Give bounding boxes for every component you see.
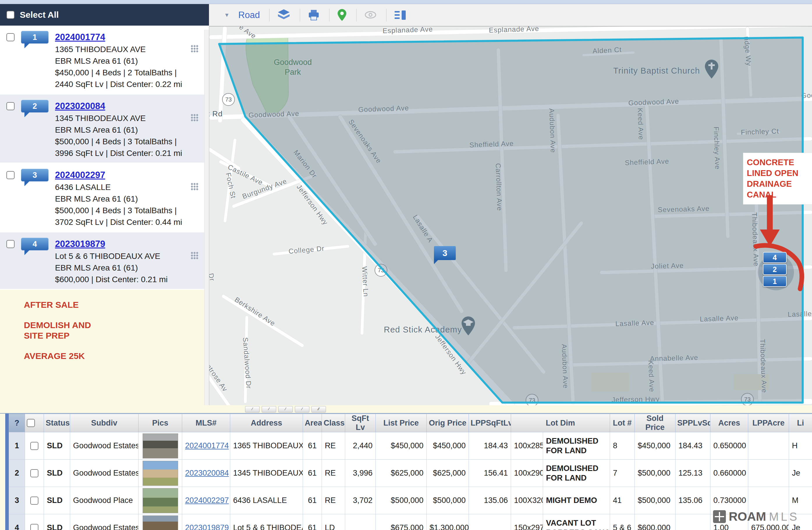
column-header-pics[interactable]: Pics [139, 414, 182, 432]
roam-logo-icon [713, 510, 726, 523]
mls-number-link[interactable]: 2023020084 [55, 100, 182, 113]
street-label: Lasalle Ave [700, 314, 739, 323]
area-cell: 61 [303, 514, 322, 530]
address-cell: 6436 LASALLE [230, 487, 303, 514]
column-header-lotnum[interactable]: Lot # [610, 414, 635, 432]
photo-thumbnail[interactable] [143, 515, 178, 530]
select-all-rows-checkbox[interactable] [27, 419, 35, 427]
table-row[interactable]: 4SLDGoodwood Estates2023019879Lot 5 & 6 … [9, 514, 812, 530]
map-canvas[interactable]: Goodwood Park e AveEsplanade AveEsplanad… [209, 26, 812, 405]
list-price-cell: $500,000 [376, 487, 427, 514]
mls-number-link[interactable]: 2023019879 [185, 523, 229, 530]
column-header-spp[interactable]: SPPLvSqFt [676, 414, 710, 432]
legend-panel-icon[interactable] [394, 9, 407, 21]
street-label: Lasalle Ave [615, 319, 654, 328]
column-header-list[interactable]: List Price [376, 414, 427, 432]
road [415, 214, 546, 375]
column-header-address[interactable]: Address [230, 414, 303, 432]
photo-thumbnail[interactable] [143, 488, 178, 513]
mls-number-link[interactable]: 2023019879 [55, 238, 168, 250]
row-checkbox[interactable] [30, 469, 39, 477]
layers-icon[interactable] [277, 9, 290, 21]
column-header-lpp[interactable]: LPPSqFtLv [469, 414, 511, 432]
row-checkbox[interactable] [30, 524, 39, 530]
street-label: Thibodeaux Ave [750, 212, 760, 267]
column-header-lppacre[interactable]: LPPAcre [748, 414, 789, 432]
column-header-status[interactable]: Status [44, 414, 70, 432]
marker-badge-wrap: 4 [21, 238, 48, 285]
photo-thumbnail[interactable] [143, 461, 178, 486]
column-header-orig[interactable]: Orig Price [427, 414, 469, 432]
marker-badge[interactable]: 2 [21, 100, 48, 113]
park-label: Goodwood Park [274, 57, 312, 77]
column-header-mls[interactable]: MLS# [182, 414, 230, 432]
row-checkbox[interactable] [30, 442, 39, 450]
sidebar-listing-item[interactable]: 42023019879Lot 5 & 6 THIBODEAUX AVEEBR M… [0, 232, 209, 290]
strip-button[interactable]: ∕ [278, 406, 293, 412]
select-all-checkbox[interactable] [6, 11, 15, 19]
column-header-class[interactable]: Class [322, 414, 345, 432]
mls-number-link[interactable]: 2024002297 [55, 169, 182, 181]
sidebar-listing-item[interactable]: 320240022976436 LASALLEEBR MLS Area 61 (… [0, 163, 209, 232]
map-marker-4[interactable]: 4 [763, 252, 787, 263]
eye-icon[interactable] [364, 11, 377, 20]
listing-checkbox[interactable] [6, 102, 15, 110]
row-number-cell: 1 [9, 432, 25, 460]
drag-handle-icon[interactable] [191, 183, 199, 191]
strip-button[interactable]: ∕ [245, 406, 260, 412]
sidebar-listing-item[interactable]: 220230200841345 THIBODEAUX AVEEBR MLS Ar… [0, 94, 209, 163]
photo-thumbnail[interactable] [143, 433, 178, 458]
sidebar-scrollbar[interactable] [204, 30, 209, 409]
listing-checkbox[interactable] [6, 240, 15, 248]
column-header-subdiv[interactable]: Subdiv [70, 414, 139, 432]
school-pin-icon[interactable] [461, 316, 476, 337]
column-header-sqft[interactable]: SqFt Lv [345, 414, 376, 432]
column-header-lotdim[interactable]: Lot Dim [511, 414, 610, 432]
map-pin-icon[interactable] [337, 9, 347, 21]
column-header-acres[interactable]: Acres [710, 414, 748, 432]
row-checkbox[interactable] [30, 497, 39, 505]
map-type-label[interactable]: Road [238, 10, 260, 20]
column-header-cb[interactable] [25, 414, 44, 432]
strip-button[interactable]: ∕ [295, 406, 309, 412]
map-marker-1[interactable]: 1 [763, 276, 787, 287]
strip-button[interactable]: ∕ [262, 406, 276, 412]
drag-handle-icon[interactable] [191, 45, 199, 53]
strip-button[interactable]: ∕∕ [311, 406, 326, 412]
drag-handle-icon[interactable] [191, 114, 199, 122]
print-icon[interactable] [308, 9, 320, 21]
marker-badge[interactable]: 1 [21, 31, 48, 44]
spplvsqft-cell: 135.06 [676, 487, 710, 514]
column-header-area[interactable]: Area [303, 414, 322, 432]
mls-cell: 2023019879 [182, 514, 230, 530]
map-type-dropdown-caret[interactable]: ▼ [224, 12, 230, 18]
route-shield: 73 [526, 394, 538, 405]
mls-number-link[interactable]: 2024001774 [185, 441, 229, 450]
mls-number-link[interactable]: 2024002297 [185, 496, 229, 505]
status-cell: SLD [44, 432, 70, 460]
church-pin-icon[interactable] [704, 59, 719, 80]
sidebar-annotation-note: AFTER SALE [24, 299, 91, 310]
street-label: Sevenoaks Ave [658, 205, 710, 214]
table-row[interactable]: 3SLDGoodwood Place20240022976436 LASALLE… [9, 487, 812, 514]
listing-detail-line: EBR MLS Area 61 (61) [55, 262, 168, 274]
listing-checkbox[interactable] [6, 171, 15, 179]
mls-number-link[interactable]: 2024001774 [55, 31, 182, 44]
map-marker-3[interactable]: 3 [434, 246, 456, 260]
column-header-rownum[interactable]: ? [9, 414, 25, 432]
table-row[interactable]: 2SLDGoodwood Estates20230200841345 THIBO… [9, 460, 812, 487]
marker-badge[interactable]: 4 [21, 238, 48, 250]
sidebar-listing-item[interactable]: 120240017741365 THIBODEAUX AVEEBR MLS Ar… [0, 26, 209, 94]
listing-checkbox[interactable] [6, 33, 15, 41]
column-header-li[interactable]: Li [789, 414, 812, 432]
marker-badge[interactable]: 3 [21, 169, 48, 181]
list-agent-cell: Je [789, 460, 812, 487]
listing-detail-line: $500,000 | 4 Beds | 3 TotalBaths | [55, 205, 182, 217]
map-table-divider-strip: ∕ ∕ ∕ ∕ ∕∕ [0, 405, 812, 413]
column-header-sold[interactable]: Sold Price [635, 414, 676, 432]
map-marker-2[interactable]: 2 [763, 264, 787, 275]
drag-handle-icon[interactable] [191, 252, 199, 260]
street-label: Goodwood Ave [628, 97, 679, 107]
table-row[interactable]: 1SLDGoodwood Estates20240017741365 THIBO… [9, 432, 812, 460]
mls-number-link[interactable]: 2023020084 [185, 469, 229, 477]
